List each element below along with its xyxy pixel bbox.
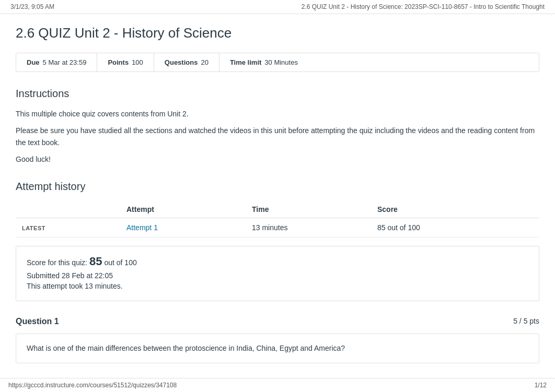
submitted-line: Submitted 28 Feb at 22:05: [27, 271, 528, 280]
latest-badge: LATEST: [16, 218, 120, 237]
due-meta: Due 5 Mar at 23:59: [16, 53, 97, 72]
score-out-of: out of 100: [104, 258, 136, 267]
instructions-heading: Instructions: [16, 88, 539, 100]
col-header-time: Time: [246, 201, 371, 218]
page-url: https://gcccd.instructure.com/courses/51…: [8, 382, 177, 389]
questions-value: 20: [201, 58, 208, 66]
bottom-bar: https://gcccd.instructure.com/courses/51…: [0, 378, 555, 392]
question-text: What is one of the main differences betw…: [27, 342, 528, 354]
due-label: Due: [27, 58, 40, 66]
instructions-line2: Please be sure you have studied all the …: [16, 125, 539, 148]
top-bar: 3/1/23, 9:05 AM 2.6 QUIZ Unit 2 - Histor…: [0, 0, 555, 14]
table-header-row: Attempt Time Score: [16, 201, 539, 218]
attempt-history-section: Attempt history Attempt Time Score LATES…: [16, 181, 539, 301]
questions-label: Questions: [165, 58, 198, 66]
questions-meta: Questions 20: [154, 53, 219, 72]
points-value: 100: [132, 58, 143, 66]
attempt-table: Attempt Time Score LATEST Attempt 1 13 m…: [16, 201, 539, 237]
question-section: Question 1 5 / 5 pts What is one of the …: [16, 312, 539, 363]
timestamp: 3/1/23, 9:05 AM: [10, 3, 54, 10]
score-number: 85: [89, 255, 102, 268]
main-content: 2.6 QUIZ Unit 2 - History of Science Due…: [0, 14, 555, 374]
due-value: 5 Mar at 23:59: [43, 58, 87, 66]
question-header: Question 1 5 / 5 pts: [16, 312, 539, 331]
instructions-line3: Good luck!: [16, 153, 539, 165]
instructions-line1: This multiple choice quiz covers content…: [16, 108, 539, 120]
score-summary-box: Score for this quiz: 85 out of 100 Submi…: [16, 246, 539, 301]
attempt-history-heading: Attempt history: [16, 181, 539, 193]
table-row: LATEST Attempt 1 13 minutes 85 out of 10…: [16, 218, 539, 237]
page-number: 1/12: [535, 382, 547, 389]
quiz-meta: Due 5 Mar at 23:59 Points 100 Questions …: [16, 53, 539, 72]
question-title: Question 1: [16, 317, 59, 326]
attempt-score: 85 out of 100: [371, 218, 539, 237]
attempt-link[interactable]: Attempt 1: [126, 223, 158, 232]
col-header-badge: [16, 201, 120, 218]
breadcrumb: 2.6 QUIZ Unit 2 - History of Science: 20…: [302, 3, 545, 10]
question-content-box: What is one of the main differences betw…: [16, 334, 539, 363]
score-line: Score for this quiz: 85 out of 100: [27, 255, 528, 268]
question-points: 5 / 5 pts: [513, 317, 539, 325]
timelimit-value: 30 Minutes: [264, 58, 298, 66]
took-line: This attempt took 13 minutes.: [27, 282, 528, 290]
points-meta: Points 100: [97, 53, 154, 72]
score-label: Score for this quiz:: [27, 258, 87, 267]
points-label: Points: [108, 58, 129, 66]
attempt-time: 13 minutes: [246, 218, 371, 237]
attempt-link-cell[interactable]: Attempt 1: [120, 218, 246, 237]
col-header-score: Score: [371, 201, 539, 218]
timelimit-meta: Time limit 30 Minutes: [219, 53, 308, 72]
page-title: 2.6 QUIZ Unit 2 - History of Science: [16, 25, 539, 42]
col-header-attempt: Attempt: [120, 201, 246, 218]
timelimit-label: Time limit: [230, 58, 261, 66]
